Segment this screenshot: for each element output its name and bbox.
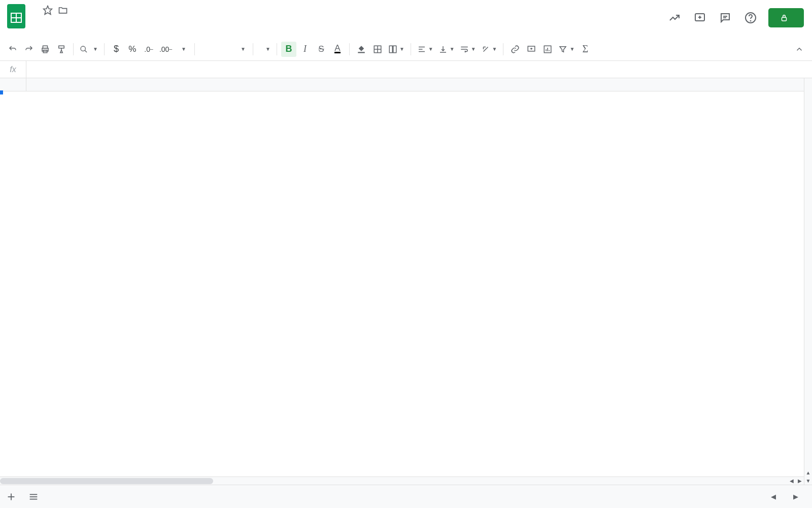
borders-button[interactable]	[370, 42, 385, 57]
prev-sheet-button[interactable]: ◀	[762, 486, 785, 508]
move-folder-icon[interactable]	[58, 5, 68, 15]
chevron-down-icon: ▼	[181, 46, 186, 52]
chevron-down-icon: ▼	[428, 46, 433, 52]
redo-button[interactable]	[21, 42, 37, 57]
chevron-down-icon: ▼	[93, 46, 98, 52]
functions-button[interactable]: Σ	[578, 42, 593, 57]
svg-line-18	[85, 50, 87, 52]
select-all-corner[interactable]	[0, 78, 26, 91]
title-area	[33, 5, 68, 17]
italic-button[interactable]: I	[297, 42, 313, 57]
text-rotation-dropdown[interactable]: ▼	[479, 42, 499, 57]
sheet-nav: ◀ ▶	[762, 486, 812, 508]
font-size-dropdown[interactable]: ▼	[257, 42, 273, 57]
sheet-tab-bar: ◀ ▶	[0, 485, 812, 508]
horizontal-scrollbar[interactable]: ◀ ▶	[0, 477, 804, 485]
svg-point-11	[751, 21, 751, 21]
collapse-toolbar-button[interactable]	[792, 42, 807, 57]
fx-icon[interactable]: fx	[0, 61, 26, 78]
sheets-logo-icon[interactable]	[5, 5, 27, 27]
chevron-down-icon: ▼	[265, 46, 270, 52]
decrease-decimal-button[interactable]: .0_	[141, 42, 156, 57]
fill-color-button[interactable]	[354, 42, 369, 57]
svg-rect-12	[782, 17, 787, 21]
header-right	[667, 5, 804, 27]
svg-rect-16	[59, 46, 64, 48]
svg-rect-24	[393, 46, 396, 53]
toolbar: ▼ $ % .0_ .00_ ▼ ▼ ▼ B I S A ▼ ▼ ▼ ▼ ▼ ▼…	[0, 38, 812, 61]
horizontal-align-dropdown[interactable]: ▼	[415, 42, 435, 57]
document-title[interactable]	[33, 9, 38, 11]
merge-cells-dropdown[interactable]: ▼	[386, 42, 407, 57]
bold-button[interactable]: B	[281, 42, 296, 57]
number-format-dropdown[interactable]: ▼	[175, 42, 190, 57]
app-header	[0, 0, 812, 38]
svg-rect-23	[389, 46, 392, 53]
insert-link-button[interactable]	[507, 42, 523, 57]
formula-input[interactable]	[26, 61, 812, 78]
format-percent-button[interactable]: %	[125, 42, 140, 57]
scroll-right-icon[interactable]: ▶	[796, 477, 804, 485]
activity-icon[interactable]	[667, 10, 682, 25]
chevron-down-icon: ▼	[450, 46, 455, 52]
comment-history-icon[interactable]	[718, 10, 733, 25]
insert-chart-button[interactable]	[540, 42, 555, 57]
lock-icon	[780, 13, 789, 22]
svg-marker-4	[44, 6, 52, 15]
column-headers	[0, 78, 812, 91]
text-color-button[interactable]: A	[330, 42, 345, 57]
star-icon[interactable]	[43, 5, 53, 15]
strikethrough-button[interactable]: S	[314, 42, 329, 57]
insert-comment-button[interactable]	[524, 42, 539, 57]
formula-bar: fx	[0, 61, 812, 78]
vertical-scrollbar[interactable]: ▲ ▼	[804, 78, 812, 485]
increase-decimal-button[interactable]: .00_	[157, 42, 174, 57]
scroll-down-icon[interactable]: ▼	[804, 477, 812, 485]
next-sheet-button[interactable]: ▶	[785, 486, 807, 508]
chevron-down-icon: ▼	[241, 46, 246, 52]
share-button[interactable]	[768, 8, 804, 27]
selection-box	[0, 91, 2, 93]
chevron-down-icon: ▼	[471, 46, 476, 52]
zoom-dropdown[interactable]: ▼	[78, 42, 100, 57]
zoom-icon	[80, 45, 88, 53]
print-button[interactable]	[38, 42, 53, 57]
chevron-down-icon: ▼	[399, 46, 404, 52]
svg-rect-19	[358, 52, 365, 53]
vertical-align-dropdown[interactable]: ▼	[436, 42, 457, 57]
help-icon[interactable]	[743, 10, 758, 25]
scroll-up-icon[interactable]: ▲	[804, 468, 812, 477]
scroll-left-icon[interactable]: ◀	[788, 477, 796, 485]
chevron-down-icon: ▼	[492, 46, 497, 52]
undo-button[interactable]	[5, 42, 20, 57]
filter-dropdown[interactable]: ▼	[556, 42, 577, 57]
add-sheet-button[interactable]	[0, 486, 22, 508]
spreadsheet-grid: ▲ ▼ ◀ ▶	[0, 78, 812, 485]
all-sheets-button[interactable]	[22, 486, 45, 508]
text-wrap-dropdown[interactable]: ▼	[458, 42, 478, 57]
svg-point-17	[81, 46, 85, 51]
format-currency-button[interactable]: $	[109, 42, 124, 57]
comment-add-icon[interactable]	[692, 10, 707, 25]
scroll-thumb[interactable]	[0, 478, 213, 484]
paint-format-button[interactable]	[54, 42, 69, 57]
font-family-dropdown[interactable]: ▼	[199, 42, 249, 57]
chevron-down-icon: ▼	[569, 46, 574, 52]
